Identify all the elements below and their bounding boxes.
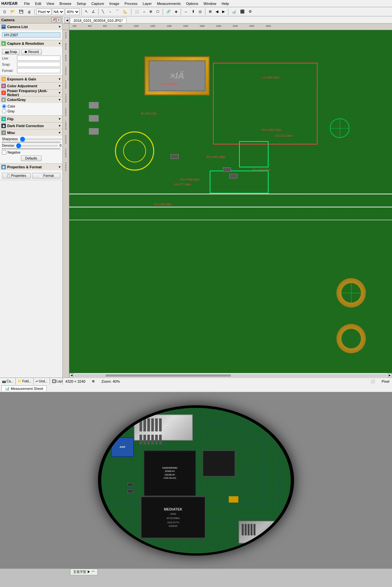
tool-ellipse[interactable]: ⊕ [148,9,154,14]
tool-export[interactable]: ⬛ [238,9,246,14]
snap-button[interactable]: 📷 Snap [2,49,20,55]
live-input[interactable] [17,56,60,61]
tool-link[interactable]: 🔗 [165,9,172,14]
section-properties-header[interactable]: 📋 Properties & Format ▼ [0,164,62,170]
toolbar-print[interactable]: 🖨 [26,9,33,14]
toolbar-separator-5 [163,8,163,15]
tool-rect[interactable]: ⬜ [133,9,141,14]
panel-close[interactable]: ✕ [57,18,61,22]
menu-measurements[interactable]: Measurements [154,1,183,6]
tool-circle[interactable]: ○ [141,9,147,14]
menu-capture[interactable]: Capture [89,1,106,6]
tool-snap[interactable]: ◈ [173,9,179,14]
menu-layer[interactable]: Layer [140,1,155,6]
scroll-track[interactable] [74,374,387,377]
format-button[interactable]: 📄 Format [32,173,61,178]
denoise-slider[interactable] [16,145,58,146]
tool-pointer[interactable]: ↖ [83,9,90,14]
tool-measure[interactable]: 📐 [122,9,129,14]
ruler-2200: 2200 [233,25,238,27]
menu-file[interactable]: File [22,1,33,6]
nand-line1: NAND8993MD [162,466,177,470]
gray-radio[interactable] [2,109,6,113]
format-input[interactable] [17,68,60,73]
bottom-tab-undo[interactable]: ↩ Und... [34,378,50,385]
menu-process[interactable]: Process [122,1,140,6]
ann-b: B=440.17px [141,112,157,115]
negative-checkbox[interactable] [2,150,6,155]
color-radio-row: Color [2,104,60,109]
pixel-select[interactable]: Pixel [36,8,51,15]
section-dark-header[interactable]: ◼ Dark Field Correction ▼ [0,123,62,129]
gold-ring-inner-2 [341,283,361,303]
snap-input[interactable] [17,62,60,67]
tool-chart[interactable]: 📊 [230,9,238,14]
section-color-adj: 🎨 Color Adjustment ▼ [0,83,62,90]
menu-browse[interactable]: Browse [57,1,74,6]
tool-target[interactable]: ◎ [197,9,204,14]
tool-prev[interactable]: ◀ [214,9,220,14]
tool-next[interactable]: ▶ [220,9,226,14]
properties-button[interactable]: 📋 Properties [2,173,31,178]
camera-name: HY-2307 [2,32,60,38]
format-label: Format: [2,69,17,73]
toolbar-save[interactable]: 💾 [17,9,25,14]
section-flip-header[interactable]: ⇅ Flip ▼ [0,116,62,122]
ruler-1600: 1600 [183,25,188,27]
color-gray-content: Color Gray [0,103,62,115]
sharpness-slider[interactable] [20,139,62,140]
menu-setup[interactable]: Setup [74,1,89,6]
menu-options[interactable]: Options [183,1,201,6]
menu-edit[interactable]: Edit [32,1,44,6]
section-misc-header[interactable]: ⚙ Misc ▼ [0,129,62,136]
zoom-select[interactable]: 40% [65,8,80,15]
bottom-tab-camera[interactable]: 📷 Ca... [0,378,16,385]
tool-angle[interactable]: ∠ [90,9,97,14]
pcb-canvas[interactable]: ×IÄ [69,30,392,373]
image-tab[interactable]: 2018_0101_003554_010.JPG* [70,18,126,23]
scroll-left[interactable]: ◀ [69,373,74,378]
canvas-col: 200 400 600 800 1000 1200 1400 1600 1800… [69,24,392,377]
ruler-400: 400 [88,25,92,27]
ruler-2000: 2000 [216,25,221,27]
tool-resize[interactable]: ↔ [183,9,189,14]
section-camera-list-header[interactable]: 📷 Camera List ▼ [0,24,62,30]
toolbar-open[interactable]: 📂 [9,9,17,14]
tool-settings[interactable]: ⚙ [247,9,253,14]
scroll-thumb[interactable] [106,375,231,377]
scroll-right[interactable]: ▶ [387,373,392,378]
menu-image[interactable]: Image [107,1,122,6]
toolbar-new[interactable]: 🗋 [1,9,8,14]
sd2-c4 [251,524,253,535]
bottom-tab-folder[interactable]: 📁 Fold... [16,378,34,385]
defaults-button[interactable]: Defaults [21,156,41,161]
menu-view[interactable]: View [44,1,57,6]
na-select[interactable]: NA [52,8,64,15]
section-power-header[interactable]: ⚡ Power Frequency (Anti-flicker) ▼ [0,90,62,96]
contact-9 [147,435,150,444]
flip-title: Flip [7,117,14,121]
menu-window[interactable]: Window [201,1,219,6]
format-row: Format: [2,68,60,73]
section-exposure-header[interactable]: ☀ Exposure & Gain ▼ [0,76,62,82]
layer-tab-icon: 🔲 [52,379,56,383]
section-color-adj-header[interactable]: 🎨 Color Adjustment ▼ [0,83,62,89]
color-radio[interactable] [2,104,6,109]
rect-ann-2 [210,171,269,193]
tool-polygon[interactable]: ⬡ [155,9,161,14]
tool-arrow[interactable]: → [106,9,113,14]
panel-pin[interactable]: 📌 [51,18,56,22]
nav-left-btn[interactable]: ◀ [64,17,70,23]
props-content: 📋 Properties 📄 Format [0,170,62,180]
measurement-sheet-tab[interactable]: 📊 Measurement Sheet [1,385,47,391]
section-capture-header[interactable]: ▶ Capture & Resolution ▼ [0,40,62,47]
tool-arc[interactable]: ⌒ [114,8,121,15]
tool-grid[interactable]: ⊞ [207,9,213,14]
section-color-gray-header[interactable]: ◐ Color/Gray ▼ [0,96,62,103]
contact-6 [159,418,162,431]
menu-help[interactable]: Help [219,1,232,6]
tool-up[interactable]: ⬆ [190,9,196,14]
tool-line[interactable]: ╲ [100,9,106,14]
record-button[interactable]: ⏺ Record [21,49,41,55]
bottom-tab-layer[interactable]: 🔲 Layer [50,378,62,385]
